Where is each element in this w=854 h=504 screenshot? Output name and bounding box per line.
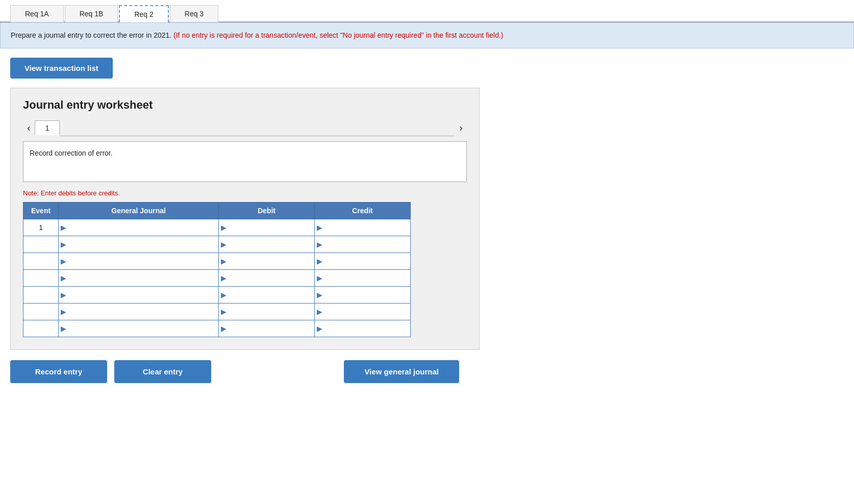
table-row: 1 ▶ ▶ ▶ xyxy=(23,219,411,236)
table-header-general-journal: General Journal xyxy=(59,203,219,219)
table-row: ▶ ▶ ▶ xyxy=(23,270,411,287)
credit-arrow-icon-4: ▶ xyxy=(317,274,322,282)
debit-cell-7[interactable]: ▶ xyxy=(218,320,314,337)
entry-navigation: ‹ 1 › xyxy=(23,119,467,136)
event-cell-5 xyxy=(23,287,59,304)
table-row: ▶ ▶ ▶ xyxy=(23,304,411,320)
credit-input-7[interactable] xyxy=(324,320,410,337)
debit-input-3[interactable] xyxy=(229,253,314,269)
debit-arrow-icon-2: ▶ xyxy=(221,240,227,248)
credit-arrow-icon-1: ▶ xyxy=(317,223,322,232)
gj-input-2[interactable] xyxy=(68,236,218,253)
gj-input-1[interactable] xyxy=(68,219,218,236)
debit-input-7[interactable] xyxy=(229,320,314,337)
credit-input-5[interactable] xyxy=(324,287,410,303)
prev-entry-button[interactable]: ‹ xyxy=(23,122,35,134)
credit-arrow-icon-7: ▶ xyxy=(317,324,322,333)
event-cell-6 xyxy=(23,304,59,320)
tab-req2[interactable]: Req 2 xyxy=(119,5,168,22)
entry-description: Record correction of error. xyxy=(23,141,467,182)
table-header-credit: Credit xyxy=(314,203,410,219)
view-general-journal-button[interactable]: View general journal xyxy=(344,360,459,383)
journal-entry-worksheet: Journal entry worksheet ‹ 1 › Record cor… xyxy=(10,88,480,350)
journal-table: Event General Journal Debit Credit 1 ▶ ▶ xyxy=(23,202,411,337)
bottom-button-bar: Record entry Clear entry View general jo… xyxy=(0,360,469,383)
credit-input-4[interactable] xyxy=(324,270,410,286)
gj-cell-5[interactable]: ▶ xyxy=(59,287,219,304)
event-cell-7 xyxy=(23,320,59,337)
debit-arrow-icon-4: ▶ xyxy=(221,274,227,282)
clear-entry-button[interactable]: Clear entry xyxy=(114,360,211,383)
debit-arrow-icon-5: ▶ xyxy=(221,291,227,299)
instruction-black-text: Prepare a journal entry to correct the e… xyxy=(11,31,171,39)
credit-cell-1[interactable]: ▶ xyxy=(314,219,410,236)
arrow-icon-6: ▶ xyxy=(61,308,66,316)
tab-req3[interactable]: Req 3 xyxy=(170,5,218,22)
debit-input-5[interactable] xyxy=(229,287,314,303)
credit-arrow-icon-2: ▶ xyxy=(317,240,322,248)
gj-input-4[interactable] xyxy=(68,270,218,286)
credit-cell-7[interactable]: ▶ xyxy=(314,320,410,337)
debit-cell-4[interactable]: ▶ xyxy=(218,270,314,287)
credit-cell-6[interactable]: ▶ xyxy=(314,304,410,320)
table-header-event: Event xyxy=(23,203,59,219)
instruction-red-text: (If no entry is required for a transacti… xyxy=(171,31,503,39)
arrow-icon-2: ▶ xyxy=(61,240,66,248)
record-entry-button[interactable]: Record entry xyxy=(10,360,107,383)
credit-cell-4[interactable]: ▶ xyxy=(314,270,410,287)
credit-input-3[interactable] xyxy=(324,253,410,269)
debit-arrow-icon-3: ▶ xyxy=(221,257,227,265)
debit-cell-3[interactable]: ▶ xyxy=(218,253,314,270)
tab-req1a[interactable]: Req 1A xyxy=(10,5,64,22)
credit-input-1[interactable] xyxy=(324,219,410,236)
instruction-banner: Prepare a journal entry to correct the e… xyxy=(0,22,854,48)
credit-input-6[interactable] xyxy=(324,304,410,320)
event-cell-2 xyxy=(23,236,59,253)
credit-arrow-icon-6: ▶ xyxy=(317,308,322,316)
credit-arrow-icon-5: ▶ xyxy=(317,291,322,299)
debit-input-6[interactable] xyxy=(229,304,314,320)
table-header-debit: Debit xyxy=(218,203,314,219)
debit-input-4[interactable] xyxy=(229,270,314,286)
arrow-icon-3: ▶ xyxy=(61,257,66,265)
gj-cell-2[interactable]: ▶ xyxy=(59,236,219,253)
debit-cell-2[interactable]: ▶ xyxy=(218,236,314,253)
debit-cell-6[interactable]: ▶ xyxy=(218,304,314,320)
gj-cell-6[interactable]: ▶ xyxy=(59,304,219,320)
credit-cell-2[interactable]: ▶ xyxy=(314,236,410,253)
table-row: ▶ ▶ ▶ xyxy=(23,253,411,270)
credit-cell-3[interactable]: ▶ xyxy=(314,253,410,270)
tab-req1b[interactable]: Req 1B xyxy=(65,5,118,22)
gj-cell-7[interactable]: ▶ xyxy=(59,320,219,337)
arrow-icon-1: ▶ xyxy=(61,223,66,232)
gj-cell-1[interactable]: ▶ xyxy=(59,219,219,236)
debit-input-2[interactable] xyxy=(229,236,314,253)
debit-input-1[interactable] xyxy=(229,219,314,236)
gj-input-3[interactable] xyxy=(68,253,218,269)
worksheet-title: Journal entry worksheet xyxy=(23,98,467,112)
credit-cell-5[interactable]: ▶ xyxy=(314,287,410,304)
arrow-icon-5: ▶ xyxy=(61,291,66,299)
debit-cell-1[interactable]: ▶ xyxy=(218,219,314,236)
view-transaction-list-button[interactable]: View transaction list xyxy=(10,58,113,79)
event-cell-1: 1 xyxy=(23,219,59,236)
entry-tab-spacer xyxy=(60,119,455,136)
arrow-icon-4: ▶ xyxy=(61,274,66,282)
gj-cell-3[interactable]: ▶ xyxy=(59,253,219,270)
gj-input-5[interactable] xyxy=(68,287,218,303)
arrow-icon-7: ▶ xyxy=(61,324,66,333)
table-row: ▶ ▶ ▶ xyxy=(23,320,411,337)
credit-arrow-icon-3: ▶ xyxy=(317,257,322,265)
gj-input-7[interactable] xyxy=(68,320,218,337)
credit-input-2[interactable] xyxy=(324,236,410,253)
event-cell-4 xyxy=(23,270,59,287)
event-cell-3 xyxy=(23,253,59,270)
table-row: ▶ ▶ ▶ xyxy=(23,287,411,304)
debit-cell-5[interactable]: ▶ xyxy=(218,287,314,304)
debit-arrow-icon-7: ▶ xyxy=(221,324,227,333)
gj-input-6[interactable] xyxy=(68,304,218,320)
gj-cell-4[interactable]: ▶ xyxy=(59,270,219,287)
next-entry-button[interactable]: › xyxy=(455,122,467,134)
debits-before-credits-note: Note: Enter debits before credits. xyxy=(23,189,467,197)
debit-arrow-icon-1: ▶ xyxy=(221,223,227,232)
